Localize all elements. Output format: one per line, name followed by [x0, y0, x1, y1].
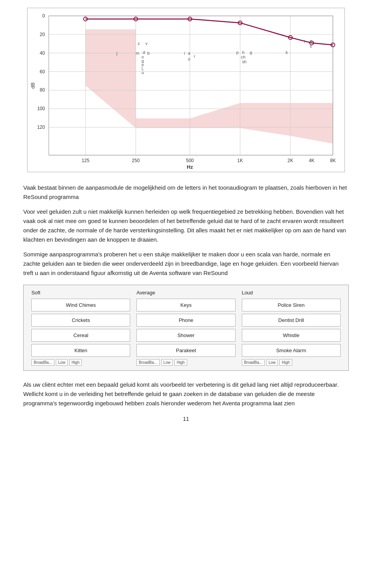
- svg-text:0: 0: [42, 13, 45, 19]
- soft-footer: BroadBa... Low High: [31, 359, 130, 366]
- soft-low-btn[interactable]: Low: [56, 359, 67, 366]
- svg-text:60: 60: [40, 69, 45, 74]
- loud-column: Loud Police Siren Dentist Drill Whistle …: [239, 290, 344, 366]
- loud-high-btn[interactable]: High: [279, 359, 292, 366]
- average-column: Average Keys Phone Shower Parakeet Broad…: [133, 290, 238, 366]
- svg-text:125: 125: [82, 158, 90, 163]
- svg-text:g: g: [250, 50, 252, 55]
- svg-text:th: th: [310, 39, 313, 44]
- paragraph-4: Als uw cliënt echter met een bepaald gel…: [23, 380, 349, 408]
- svg-text:v: v: [145, 41, 148, 46]
- wind-chimes-button[interactable]: Wind Chimes: [31, 299, 130, 311]
- paragraph-3: Sommige aanpasprogramma's proberen het u…: [23, 250, 349, 278]
- keys-button[interactable]: Keys: [136, 299, 235, 311]
- svg-text:m: m: [136, 51, 139, 55]
- svg-text:b: b: [147, 51, 150, 55]
- svg-text:i: i: [184, 51, 185, 55]
- loud-footer: BroadBa... Low High: [242, 359, 341, 366]
- sound-table: Soft Wind Chimes Crickets Cereal Kitten …: [23, 285, 349, 371]
- svg-text:40: 40: [40, 50, 45, 56]
- svg-text:500: 500: [186, 158, 194, 163]
- svg-text:ch: ch: [241, 55, 246, 59]
- svg-text:sh: sh: [242, 59, 247, 64]
- svg-text:4K: 4K: [309, 158, 315, 163]
- average-footer: BroadBa... Low High: [136, 359, 235, 366]
- svg-text:j: j: [116, 51, 117, 55]
- audiogram-chart: dB 0 20 40 60 80 100 120 125 250 500 1K …: [27, 8, 345, 172]
- page-number: 11: [23, 416, 349, 422]
- svg-rect-0: [28, 8, 344, 171]
- cereal-button[interactable]: Cereal: [31, 329, 130, 342]
- police-siren-button[interactable]: Police Siren: [242, 299, 341, 311]
- average-low-btn[interactable]: Low: [161, 359, 173, 366]
- svg-text:250: 250: [132, 158, 140, 163]
- paragraph-2: Voor veel geluiden zult u niet makkelijk…: [23, 207, 349, 244]
- svg-text:80: 80: [40, 87, 45, 93]
- soft-header: Soft: [31, 290, 130, 296]
- soft-column: Soft Wind Chimes Crickets Cereal Kitten …: [28, 290, 133, 366]
- average-high-btn[interactable]: High: [174, 359, 187, 366]
- kitten-button[interactable]: Kitten: [31, 344, 130, 357]
- svg-text:k: k: [286, 50, 288, 55]
- svg-text:20: 20: [40, 32, 45, 37]
- chart-svg: dB 0 20 40 60 80 100 120 125 250 500 1K …: [28, 8, 344, 171]
- svg-text:u: u: [141, 70, 144, 75]
- phone-button[interactable]: Phone: [136, 314, 235, 327]
- svg-text:d: d: [143, 50, 145, 55]
- svg-text:p: p: [236, 50, 239, 55]
- smoke-alarm-button[interactable]: Smoke Alarm: [242, 344, 341, 357]
- svg-text:s: s: [310, 44, 312, 48]
- svg-text:120: 120: [37, 125, 45, 130]
- parakeet-button[interactable]: Parakeet: [136, 344, 235, 357]
- svg-text:z: z: [138, 41, 140, 46]
- svg-text:r: r: [194, 54, 195, 59]
- dentist-drill-button[interactable]: Dentist Drill: [242, 314, 341, 327]
- svg-text:100: 100: [37, 106, 45, 111]
- svg-text:8K: 8K: [330, 158, 336, 163]
- loud-header: Loud: [242, 290, 341, 296]
- shower-button[interactable]: Shower: [136, 329, 235, 342]
- svg-text:1K: 1K: [237, 158, 243, 163]
- svg-text:Hz: Hz: [187, 164, 193, 170]
- average-header: Average: [136, 290, 235, 296]
- loud-low-btn[interactable]: Low: [266, 359, 278, 366]
- svg-text:2K: 2K: [288, 158, 293, 163]
- loud-broadba-btn[interactable]: BroadBa...: [242, 359, 265, 366]
- svg-text:o: o: [188, 57, 190, 61]
- svg-text:a: a: [188, 51, 191, 55]
- svg-text:dB: dB: [30, 83, 36, 89]
- paragraph-1: Vaak bestaat binnen de aanpasmodule de m…: [23, 183, 349, 202]
- svg-text:h: h: [242, 50, 245, 55]
- sound-table-grid: Soft Wind Chimes Crickets Cereal Kitten …: [28, 290, 344, 366]
- soft-high-btn[interactable]: High: [69, 359, 82, 366]
- soft-broadba-btn[interactable]: BroadBa...: [31, 359, 54, 366]
- crickets-button[interactable]: Crickets: [31, 314, 130, 327]
- average-broadba-btn[interactable]: BroadBa...: [136, 359, 159, 366]
- whistle-button[interactable]: Whistle: [242, 329, 341, 342]
